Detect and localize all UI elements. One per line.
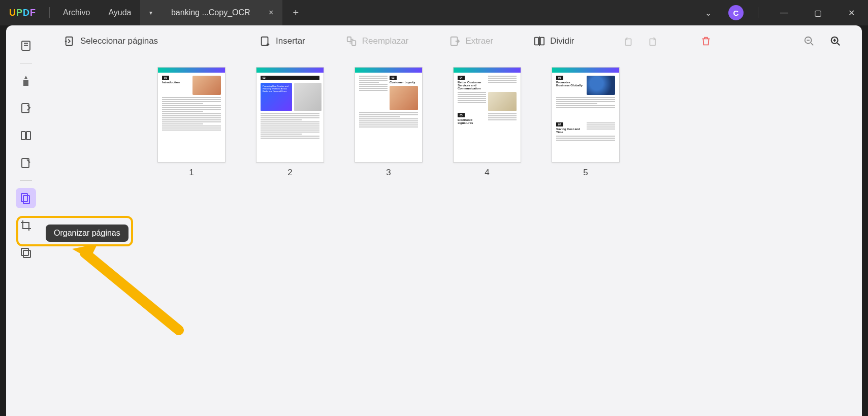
divider <box>49 7 50 18</box>
sidebar-separator <box>20 63 32 63</box>
sidebar-crop-icon[interactable] <box>16 215 36 236</box>
thumb-image <box>587 76 615 95</box>
section-badge: 04 <box>458 76 465 80</box>
thumb-header <box>454 68 521 73</box>
tab-title: banking ...Copy_OCR <box>159 8 262 17</box>
collapse-toolbar-icon[interactable]: ⌄ <box>698 3 718 23</box>
app-logo: UPDF <box>0 8 45 18</box>
section-badge: 01 <box>162 76 169 80</box>
sidebar-tooltip: Organizar páginas <box>46 225 128 242</box>
divider <box>758 7 758 18</box>
tab-chevron-icon[interactable]: ▾ <box>149 9 152 16</box>
delete-icon[interactable] <box>697 32 715 50</box>
left-sidebar <box>6 25 46 416</box>
svg-rect-6 <box>23 196 29 204</box>
section-heading: Electronic signatures <box>458 118 486 124</box>
page-thumb-wrap: 01 Introduction 1 <box>157 67 226 178</box>
svg-rect-12 <box>347 37 351 42</box>
replace-label: Reemplazar <box>362 36 409 46</box>
page-thumb-wrap: 06 Promotes Business Globally 07 Saving … <box>552 67 620 178</box>
page-thumb-wrap: 04 Better Customer Services and Communic… <box>453 67 521 178</box>
content-wrapper: Organizar páginas Seleccionar páginas In… <box>6 25 862 416</box>
split-button[interactable]: Dividir <box>529 33 579 50</box>
logo-letter: P <box>16 8 23 18</box>
thumb-callout: Promoting Best Practice and Reducing Wor… <box>261 83 292 111</box>
svg-rect-7 <box>21 248 28 255</box>
page-number: 3 <box>386 168 391 178</box>
select-icon <box>64 36 75 47</box>
section-heading: Promotes Business Globally <box>556 81 585 87</box>
document-tab[interactable]: ▾ banking ...Copy_OCR × <box>140 0 282 25</box>
extract-button[interactable]: Extraer <box>444 33 498 50</box>
svg-rect-16 <box>540 38 544 45</box>
replace-icon <box>346 36 357 47</box>
page-thumbnail[interactable]: 03 Customer Loyalty <box>355 67 423 163</box>
page-number: 1 <box>189 168 194 178</box>
svg-rect-10 <box>66 37 73 46</box>
rotate-left-icon[interactable] <box>620 32 638 50</box>
title-bar: UPDF Archivo Ayuda ▾ banking ...Copy_OCR… <box>0 0 868 25</box>
section-badge: 07 <box>556 122 563 126</box>
thumb-header <box>158 68 225 73</box>
rotate-right-icon[interactable] <box>643 32 661 50</box>
page-number: 5 <box>583 168 588 178</box>
page-thumbnail[interactable]: 02 Promoting Best Practice and Reducing … <box>256 67 324 163</box>
tab-close-icon[interactable]: × <box>269 8 273 17</box>
svg-rect-2 <box>21 132 25 140</box>
select-pages-button[interactable]: Seleccionar páginas <box>59 33 163 50</box>
thumb-header <box>552 68 619 73</box>
thumb-image <box>390 86 418 110</box>
main-area: Seleccionar páginas Insertar Reemplazar … <box>46 25 862 416</box>
insert-label: Insertar <box>276 36 305 46</box>
section-heading: Introduction <box>162 81 190 84</box>
logo-letter: D <box>23 8 30 18</box>
window-close-icon[interactable]: ✕ <box>840 3 863 22</box>
svg-rect-15 <box>535 38 538 45</box>
sidebar-separator <box>20 180 32 181</box>
sidebar-reader-icon[interactable] <box>16 36 36 56</box>
svg-rect-5 <box>21 194 27 202</box>
thumb-header <box>256 68 324 73</box>
page-thumbnails: 01 Introduction 1 02 <box>46 57 862 416</box>
replace-button[interactable]: Reemplazar <box>341 33 414 50</box>
insert-button[interactable]: Insertar <box>254 33 310 50</box>
sidebar-edit-icon[interactable] <box>16 98 36 118</box>
sidebar-pageview-icon[interactable] <box>16 125 36 146</box>
section-heading: Customer Loyalty <box>390 81 418 84</box>
section-badge: 03 <box>390 76 397 80</box>
thumb-header <box>355 68 422 73</box>
logo-letter: F <box>30 8 36 18</box>
page-number: 2 <box>287 168 292 178</box>
sidebar-comment-icon[interactable] <box>16 71 36 91</box>
thumb-image <box>294 83 322 111</box>
sidebar-fill-icon[interactable] <box>16 153 36 173</box>
page-thumbnail[interactable]: 01 Introduction <box>157 67 226 163</box>
zoom-out-icon[interactable] <box>800 32 818 50</box>
sidebar-watermark-icon[interactable] <box>16 243 36 263</box>
logo-letter: U <box>9 8 16 18</box>
extract-label: Extraer <box>465 36 493 46</box>
organize-toolbar: Seleccionar páginas Insertar Reemplazar … <box>46 25 862 57</box>
zoom-in-icon[interactable] <box>826 32 845 50</box>
section-heading: Promoting Best Practice and Reducing Wor… <box>263 85 290 92</box>
thumb-image <box>192 76 221 95</box>
svg-rect-8 <box>23 250 30 258</box>
split-icon <box>534 36 545 47</box>
window-minimize-icon[interactable]: — <box>773 3 796 22</box>
page-thumbnail[interactable]: 04 Better Customer Services and Communic… <box>453 67 521 163</box>
page-thumb-wrap: 02 Promoting Best Practice and Reducing … <box>256 67 324 178</box>
menu-archivo[interactable]: Archivo <box>54 8 99 17</box>
section-badge: 05 <box>458 113 465 117</box>
page-thumb-wrap: 03 Customer Loyalty 3 <box>355 67 423 178</box>
menu-ayuda[interactable]: Ayuda <box>99 8 140 17</box>
new-tab-button[interactable]: + <box>282 7 309 19</box>
split-label: Dividir <box>550 36 574 46</box>
sidebar-organize-pages-icon[interactable] <box>16 188 36 208</box>
window-maximize-icon[interactable]: ▢ <box>806 3 829 22</box>
page-thumbnail[interactable]: 06 Promotes Business Globally 07 Saving … <box>552 67 620 163</box>
svg-rect-13 <box>352 41 356 45</box>
section-badge: 06 <box>556 76 563 80</box>
insert-icon <box>260 36 271 47</box>
user-avatar[interactable]: C <box>728 5 744 20</box>
section-heading: Saving Cost and Time <box>556 127 585 134</box>
